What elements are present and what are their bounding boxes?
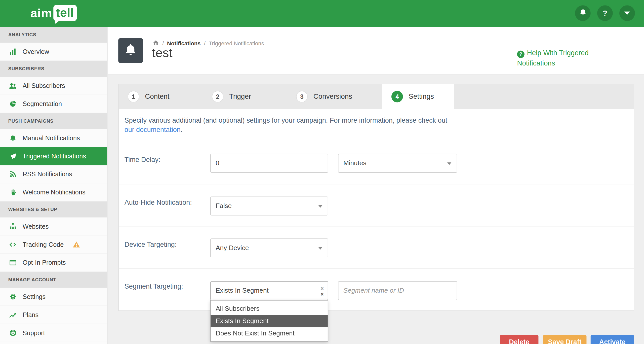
close-icon[interactable]: ×	[320, 292, 324, 297]
sidebar-item-support[interactable]: Support	[0, 324, 107, 342]
notification-bell-tile	[118, 38, 143, 63]
save-draft-button[interactable]: Save Draft	[543, 335, 586, 344]
wizard-tabs: 1 Content 2 Trigger 3 Conversions 4 Sett…	[119, 84, 634, 109]
activate-button[interactable]: Activate	[591, 335, 634, 344]
description-suffix: .	[181, 126, 183, 133]
pie-chart-icon	[8, 100, 17, 107]
selected-unit: Minutes	[343, 159, 366, 167]
sidebar-item-label: Manual Notifications	[23, 134, 80, 142]
clear-icon[interactable]: ×	[320, 286, 324, 291]
sidebar-item-welcome-notifications[interactable]: Welcome Notifications	[0, 183, 107, 201]
sidebar-item-tracking-code[interactable]: Tracking Code	[0, 236, 107, 254]
delete-button[interactable]: Delete	[500, 335, 538, 344]
dropdown-option-exists-in-segment[interactable]: Exists In Segment	[211, 315, 328, 327]
help-with-triggered-link[interactable]: ?Help With Triggered Notifications	[517, 48, 597, 68]
sidebar-item-manual-notifications[interactable]: Manual Notifications	[0, 129, 107, 147]
tab-settings[interactable]: 4 Settings	[382, 84, 454, 109]
sidebar-item-plans[interactable]: Plans	[0, 306, 107, 324]
line-chart-icon	[8, 311, 17, 318]
sitemap-icon	[8, 223, 17, 230]
selected-segment-mode: Exists In Segment	[216, 287, 269, 294]
aimtell-logo[interactable]: aim tell	[30, 5, 77, 21]
bell-icon	[8, 134, 17, 142]
sidebar-section-websites-setup: WEBSITES & SETUP	[0, 201, 107, 218]
sidebar-item-label: Opt-In Prompts	[23, 259, 66, 266]
settings-description: Specify various additional (and optional…	[119, 109, 634, 142]
sidebar-item-label: All Subscribers	[23, 82, 65, 89]
bell-icon	[124, 43, 137, 58]
section-label: ANALYTICS	[8, 32, 36, 37]
tab-label: Conversions	[313, 92, 352, 101]
sidebar: ANALYTICS Overview SUBSCRIBERS All Subsc…	[0, 27, 108, 344]
breadcrumb-item-notifications[interactable]: Notifications	[167, 40, 200, 46]
segment-targeting-row: Segment Targeting: Exists In Segment × ×…	[119, 269, 634, 312]
sidebar-item-label: Websites	[23, 223, 49, 230]
question-icon: ?	[603, 9, 607, 17]
tab-label: Content	[145, 92, 169, 101]
section-label: PUSH CAMPAIGNS	[8, 118, 54, 123]
time-delay-label: Time Delay:	[125, 156, 160, 164]
dropdown-option-all-subscribers[interactable]: All Subscribers	[211, 303, 328, 315]
logo-text-tell: tell	[54, 5, 77, 21]
device-targeting-label: Device Targeting:	[125, 240, 177, 248]
breadcrumb-separator: /	[204, 40, 206, 46]
section-label: SUBSCRIBERS	[8, 66, 45, 71]
device-targeting-select[interactable]: Any Device	[210, 238, 328, 257]
selected-auto-hide: False	[216, 202, 232, 210]
sidebar-section-push-campaigns: PUSH CAMPAIGNS	[0, 113, 107, 129]
sidebar-item-label: Segmentation	[23, 100, 62, 108]
life-ring-icon	[8, 329, 17, 336]
sidebar-item-segmentation[interactable]: Segmentation	[0, 95, 107, 113]
page-title: test	[152, 46, 173, 60]
chevron-down-icon	[624, 12, 630, 15]
sidebar-item-websites[interactable]: Websites	[0, 218, 107, 236]
tab-label: Trigger	[229, 92, 251, 101]
time-delay-unit-select[interactable]: Minutes	[338, 154, 457, 173]
sidebar-item-label: Support	[23, 329, 45, 336]
tab-content[interactable]: 1 Content	[119, 84, 203, 109]
documentation-link[interactable]: our documentation	[125, 126, 181, 133]
topbar-actions: ?	[575, 5, 635, 21]
account-menu-button[interactable]	[619, 5, 635, 21]
sidebar-item-triggered-notifications[interactable]: Triggered Notifications	[0, 147, 107, 165]
sidebar-item-label: Plans	[23, 311, 38, 318]
description-text: Specify various additional (and optional…	[125, 116, 447, 124]
time-delay-input[interactable]	[210, 154, 328, 173]
step-number: 1	[128, 91, 139, 102]
tab-conversions[interactable]: 3 Conversions	[287, 84, 382, 109]
sidebar-item-rss-notifications[interactable]: RSS Notifications	[0, 165, 107, 183]
sidebar-section-manage-account: MANAGE ACCOUNT	[0, 272, 107, 288]
sidebar-item-overview[interactable]: Overview	[0, 43, 107, 61]
breadcrumb-separator: /	[162, 40, 164, 46]
app-root: aim tell ? ANALYTICS Overview	[0, 0, 644, 344]
users-icon	[8, 82, 17, 89]
sidebar-section-analytics: ANALYTICS	[0, 27, 107, 43]
settings-panel: 1 Content 2 Trigger 3 Conversions 4 Sett…	[118, 84, 634, 311]
auto-hide-select[interactable]: False	[210, 196, 328, 215]
sidebar-item-label: Triggered Notifications	[23, 153, 86, 160]
logo-text-aim: aim	[30, 6, 52, 20]
step-number: 2	[212, 91, 223, 102]
sidebar-item-all-subscribers[interactable]: All Subscribers	[0, 77, 107, 95]
rss-icon	[8, 171, 17, 178]
paper-plane-icon	[8, 153, 17, 160]
segment-targeting-select[interactable]: Exists In Segment × ×	[210, 281, 328, 300]
bar-chart-icon	[8, 48, 17, 55]
section-label: MANAGE ACCOUNT	[8, 277, 56, 282]
help-link-label: Help With Triggered Notifications	[517, 49, 589, 67]
tab-label: Settings	[409, 92, 434, 101]
notifications-button[interactable]	[575, 5, 591, 21]
dropdown-option-does-not-exist[interactable]: Does Not Exist In Segment	[211, 327, 328, 340]
section-label: WEBSITES & SETUP	[8, 207, 57, 212]
tab-trigger[interactable]: 2 Trigger	[203, 84, 287, 109]
segment-name-input[interactable]	[338, 281, 457, 300]
hand-icon	[8, 189, 17, 196]
help-button[interactable]: ?	[597, 5, 613, 21]
auto-hide-label: Auto-Hide Notification:	[125, 199, 192, 207]
sidebar-item-label: Overview	[23, 48, 49, 55]
sidebar-item-opt-in-prompts[interactable]: Opt-In Prompts	[0, 254, 107, 272]
time-delay-row: Time Delay: Minutes	[119, 142, 634, 185]
sidebar-item-label: RSS Notifications	[23, 170, 72, 178]
sidebar-item-settings[interactable]: Settings	[0, 288, 107, 306]
topbar: aim tell ?	[0, 0, 644, 27]
